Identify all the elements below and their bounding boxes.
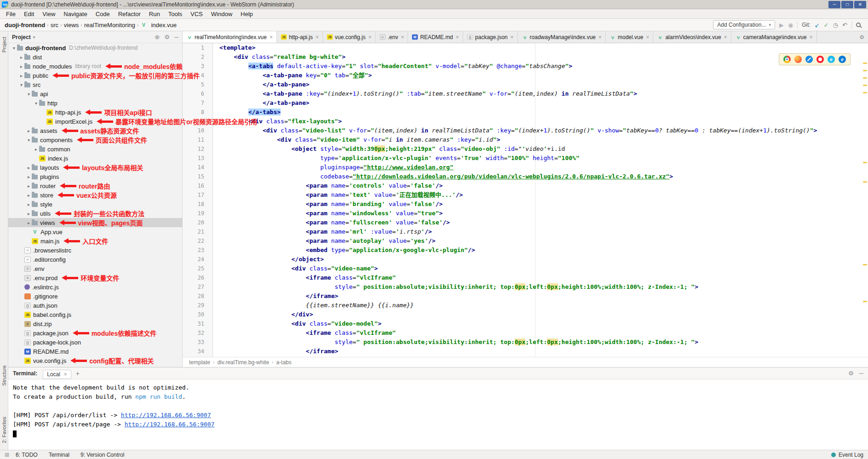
terminal-output[interactable]: Note that the development build is not o… — [8, 379, 868, 438]
add-configuration-button[interactable]: Add Configuration... ▾ — [713, 20, 775, 29]
tree-item-auth.json[interactable]: auth.json — [8, 301, 183, 310]
breadcrumb-item-index.vue[interactable]: index.vue — [140, 22, 177, 29]
run-button[interactable]: ▶ — [779, 22, 784, 28]
menu-edit[interactable]: Edit — [20, 9, 38, 19]
tree-item-dist.zip[interactable]: dist.zip — [8, 319, 183, 328]
tree-item-README.md[interactable]: README.md — [8, 347, 183, 356]
tree-item-common[interactable]: ▸common — [8, 144, 183, 154]
debug-button[interactable]: ◉ — [788, 22, 793, 28]
editor-tab-package.json[interactable]: package.json× — [463, 31, 518, 43]
editor-tab-.env[interactable]: .env× — [376, 31, 408, 43]
chevron-down-icon[interactable]: ▾ — [26, 138, 32, 143]
event-log-button[interactable]: Event Log — [839, 452, 863, 458]
tree-item-dist[interactable]: ▸dist — [8, 52, 183, 62]
terminal-minimize-icon[interactable]: ─ — [859, 370, 863, 377]
tree-item-router[interactable]: ▸routerrouter路由 — [8, 181, 183, 190]
chevron-right-icon[interactable]: ▸ — [18, 73, 24, 78]
editor-breadcrumb-item[interactable]: template — [189, 359, 210, 366]
git-commit-icon[interactable]: ✓ — [824, 22, 829, 28]
menu-view[interactable]: View — [38, 9, 59, 19]
menu-code[interactable]: Code — [92, 9, 114, 19]
opera-browser-icon[interactable] — [816, 56, 824, 63]
menu-file[interactable]: File — [2, 9, 20, 19]
editor-body[interactable]: 1234567891011121314151617181920212223242… — [183, 43, 868, 357]
tree-item-http-api.js[interactable]: http-api.js项目相关api接口 — [8, 108, 183, 117]
chevron-right-icon[interactable]: ▸ — [26, 165, 32, 170]
status-6-todo[interactable]: 6: TODO — [16, 452, 38, 458]
tree-item-src[interactable]: ▾src — [8, 80, 183, 89]
tree-item-duoji-frontend[interactable]: ▾duoji-frontendD:\zheheWeb\duoji-fronten… — [8, 43, 183, 52]
editor-breadcrumb-item[interactable]: a-tabs — [276, 359, 291, 366]
editor-tab-roadwayManage-index.vue[interactable]: roadwayManage\index.vue× — [518, 31, 606, 43]
hide-panel-icon[interactable]: ─ — [174, 34, 178, 40]
close-icon[interactable]: × — [270, 34, 273, 40]
editor-tab-README.md[interactable]: README.md× — [408, 31, 463, 43]
editor-tab-http-api.js[interactable]: http-api.js× — [277, 31, 323, 43]
close-icon[interactable]: × — [598, 34, 602, 40]
chevron-right-icon[interactable]: ▸ — [26, 174, 32, 179]
history-icon[interactable]: ◷ — [833, 22, 838, 28]
editor-tab-realTimeMonitoring-index.vue[interactable]: realTimeMonitoring\index.vue× — [183, 31, 277, 43]
tree-item-.browserslistrc[interactable]: .browserslistrc — [8, 246, 183, 255]
edge-browser-icon[interactable]: e — [839, 56, 846, 63]
tree-item-plugins[interactable]: ▸plugins — [8, 172, 183, 181]
tree-item-.eslintrc.js[interactable]: .eslintrc.js — [8, 282, 183, 292]
close-icon[interactable]: × — [724, 34, 727, 40]
tree-item-index.js[interactable]: index.js — [8, 154, 183, 163]
chevron-down-icon[interactable]: ▾ — [18, 82, 24, 87]
tool-tab-project[interactable]: Project — [1, 37, 7, 52]
close-button[interactable]: ✕ — [854, 1, 866, 8]
tree-item-layouts[interactable]: ▸layoutslayouts全局布局相关 — [8, 163, 183, 172]
chevron-right-icon[interactable]: ▸ — [26, 193, 32, 198]
menu-run[interactable]: Run — [145, 9, 164, 19]
close-icon[interactable]: × — [511, 34, 514, 40]
inspections-gear-icon[interactable]: ⚙ — [859, 34, 864, 40]
code-lines[interactable]: <template> <div class="realTime bg-white… — [219, 43, 868, 356]
chrome-browser-icon[interactable] — [783, 56, 791, 63]
menu-navigate[interactable]: Navigate — [59, 9, 91, 19]
tree-item-node_modules[interactable]: ▸node_moduleslibrary rootnode_modules依赖 — [8, 62, 183, 71]
tree-item-api[interactable]: ▾api — [8, 89, 183, 98]
settings-gear-icon[interactable]: ⚙ — [164, 34, 170, 40]
menu-vcs[interactable]: VCS — [186, 9, 207, 19]
tree-item-http[interactable]: ▾http — [8, 98, 183, 108]
close-icon[interactable]: × — [456, 34, 459, 40]
editor-tab-alarmVideos-index.vue[interactable]: alarmVideos\index.vue× — [653, 31, 731, 43]
tree-item-public[interactable]: ▸publicpublic资源文件夹，一般放引用的第三方插件 — [8, 71, 183, 80]
tree-item-components[interactable]: ▾components页面公共组件文件 — [8, 135, 183, 144]
maximize-button[interactable]: □ — [841, 1, 853, 8]
close-icon[interactable]: × — [401, 34, 404, 40]
chevron-right-icon[interactable]: ▸ — [18, 55, 24, 60]
close-icon[interactable]: × — [316, 34, 319, 40]
chevron-right-icon[interactable]: ▸ — [26, 211, 32, 216]
menu-tools[interactable]: Tools — [164, 9, 186, 19]
tree-item-.env.prod[interactable]: .env.prod环境变量文件 — [8, 273, 183, 282]
tool-tab-favorites[interactable]: 2: Favorites — [1, 417, 7, 443]
tree-item-views[interactable]: ▸viewsview视图、pages页面 — [8, 218, 183, 227]
menu-refactor[interactable]: Refactor — [114, 9, 145, 19]
breadcrumb-item-views[interactable]: views — [64, 22, 79, 29]
breadcrumb-item-src[interactable]: src — [51, 22, 58, 29]
firefox-browser-icon[interactable] — [794, 56, 802, 63]
ie-browser-icon[interactable]: e — [828, 56, 835, 63]
close-icon[interactable]: × — [368, 34, 372, 40]
close-icon[interactable]: × — [64, 371, 67, 378]
menu-help[interactable]: Help — [236, 9, 257, 19]
terminal-tab-local[interactable]: Local × — [43, 370, 71, 379]
tree-item-importExcel.js[interactable]: importExcel.js暴露环境变量地址给图片or视频资源路径全局引用 — [8, 117, 183, 126]
tree-item-.gitignore[interactable]: .gitignore — [8, 292, 183, 301]
breadcrumb-item-realTimeMonitoring[interactable]: realTimeMonitoring — [84, 22, 135, 29]
tree-item-style[interactable]: ▸style — [8, 200, 183, 209]
menu-window[interactable]: Window — [207, 9, 236, 19]
tree-item-.env[interactable]: .env — [8, 264, 183, 273]
chevron-right-icon[interactable]: ▸ — [26, 202, 32, 207]
terminal-link[interactable]: http://192.168.66.56:9007 — [121, 412, 211, 419]
new-terminal-button[interactable]: + — [76, 370, 80, 377]
minimize-button[interactable]: ─ — [828, 1, 840, 8]
status-9-version-control[interactable]: 9: Version Control — [80, 452, 124, 458]
statusbar-grid-icon[interactable]: ⊞ — [5, 452, 9, 458]
terminal-link[interactable]: http://192.168.66.56:9007 — [125, 421, 215, 428]
tree-item-.editorconfig[interactable]: .editorconfig — [8, 255, 183, 264]
tree-item-utils[interactable]: ▸utils封装的一些公共函数方法 — [8, 209, 183, 218]
chevron-down-icon[interactable]: ▾ — [11, 46, 17, 51]
